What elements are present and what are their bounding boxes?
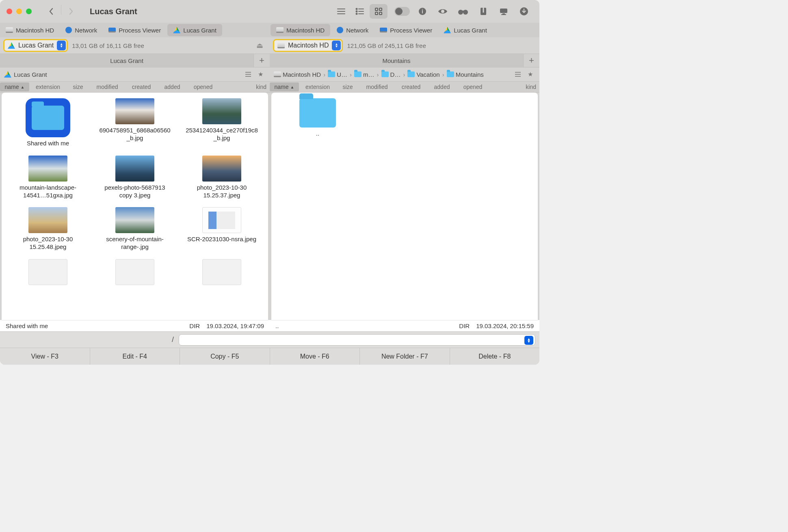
remote-icon[interactable] (495, 4, 513, 19)
tab-label: Mountains (382, 57, 410, 64)
fav-network[interactable]: Network (60, 23, 103, 37)
breadcrumb[interactable]: Mountains (447, 71, 484, 78)
file-item[interactable]: pexels-photo-5687913 copy 3.jpeg (93, 156, 177, 199)
path-star-icon[interactable]: ★ (255, 69, 266, 80)
path-star-icon[interactable]: ★ (525, 69, 535, 80)
add-tab-right[interactable]: + (523, 54, 539, 67)
content-row: Shared with me6904758951_6868a06560_b.jp… (0, 93, 539, 320)
col-opened[interactable]: opened (457, 82, 489, 92)
col-size[interactable]: size (336, 82, 359, 92)
func-move[interactable]: Move - F6 (270, 348, 360, 365)
download-icon[interactable] (515, 4, 533, 19)
fav-process-viewer[interactable]: Process Viewer (103, 23, 167, 37)
view-grid-button[interactable] (370, 4, 388, 19)
col-kind[interactable]: kind (489, 82, 539, 92)
nav-back-button[interactable] (45, 5, 58, 18)
func-edit[interactable]: Edit - F4 (90, 348, 180, 365)
svg-rect-12 (379, 12, 382, 15)
file-item[interactable]: scenery-of-mountain-range-.jpg (93, 207, 177, 251)
gdrive-icon (4, 71, 11, 78)
file-item[interactable]: photo_2023-10-30 15.25.48.jpeg (6, 207, 90, 251)
volume-selector-left[interactable]: Lucas Grant ▲▼ (3, 39, 68, 52)
path-right[interactable]: Macintosh HD › U… › m… › D… › Vacation ›… (270, 67, 539, 81)
folder-icon (299, 98, 336, 128)
dropdown-caret-icon[interactable]: ▲▼ (524, 336, 533, 345)
file-item[interactable] (6, 259, 90, 288)
file-item[interactable]: .. (275, 98, 360, 138)
info-icon[interactable]: i (413, 4, 431, 19)
tab-left[interactable]: Lucas Grant (0, 54, 253, 67)
file-label: SCR-20231030-nsra.jpeg (187, 236, 256, 243)
col-extension[interactable]: extension (299, 82, 336, 92)
view-list-button[interactable] (351, 4, 369, 19)
col-added[interactable]: added (427, 82, 457, 92)
fav-label: Macintosh HD (16, 27, 54, 34)
col-added[interactable]: added (158, 82, 187, 92)
breadcrumb[interactable]: m… (354, 71, 375, 78)
path-text: Lucas Grant (14, 71, 47, 78)
col-name[interactable]: name▲ (0, 82, 29, 91)
col-extension[interactable]: extension (29, 82, 67, 92)
fav-macintosh-hd[interactable]: Macintosh HD (0, 23, 60, 37)
func-delete[interactable]: Delete - F8 (450, 348, 540, 365)
status-kind: DIR (189, 322, 200, 329)
func-copy[interactable]: Copy - F5 (180, 348, 270, 365)
preview-icon[interactable] (434, 4, 452, 19)
col-size[interactable]: size (67, 82, 89, 92)
status-name: .. (275, 322, 279, 329)
file-item[interactable]: Shared with me (6, 98, 90, 147)
fav-network-r[interactable]: Network (331, 23, 374, 37)
volume-selector-right[interactable]: Macintosh HD ▲▼ (273, 39, 343, 52)
file-item[interactable] (180, 259, 264, 288)
close-window[interactable] (6, 9, 12, 14)
eject-icon[interactable]: ⏏ (256, 41, 266, 50)
view-list-detail-button[interactable] (332, 4, 350, 19)
col-name[interactable]: name▲ (270, 82, 299, 91)
col-opened[interactable]: opened (187, 82, 219, 92)
fav-lucas-grant-r[interactable]: Lucas Grant (438, 23, 493, 37)
col-modified[interactable]: modified (89, 82, 125, 92)
breadcrumb[interactable]: Vacation (407, 71, 439, 78)
tabs-row: Lucas Grant + Mountains + (0, 54, 539, 67)
path-left[interactable]: Lucas Grant ★ (0, 67, 270, 81)
zoom-window[interactable] (26, 9, 32, 14)
file-label: Shared with me (27, 140, 69, 147)
breadcrumb[interactable]: Macintosh HD (274, 71, 321, 78)
svg-point-15 (441, 10, 444, 13)
content-left[interactable]: Shared with me6904758951_6868a06560_b.jp… (2, 93, 268, 320)
breadcrumb-sep: › (323, 71, 325, 78)
file-item[interactable]: mountain-landscape-14541…51gxa.jpg (6, 156, 90, 199)
archive-icon[interactable] (474, 4, 492, 19)
breadcrumb[interactable]: D… (381, 71, 401, 78)
breadcrumb[interactable]: U… (328, 71, 347, 78)
toggle-switch[interactable] (393, 4, 411, 19)
col-created[interactable]: created (125, 82, 158, 92)
file-item[interactable]: SCR-20231030-nsra.jpeg (180, 207, 264, 251)
path-list-icon[interactable] (513, 69, 523, 80)
network-icon (65, 27, 72, 33)
func-view[interactable]: View - F3 (0, 348, 90, 365)
add-tab-left[interactable]: + (253, 54, 270, 67)
content-right[interactable]: .. (271, 93, 538, 320)
file-item[interactable] (93, 259, 177, 288)
nav-forward-button[interactable] (65, 5, 78, 18)
fav-macintosh-hd-r[interactable]: Macintosh HD (271, 24, 330, 36)
file-item[interactable]: photo_2023-10-30 15.25.37.jpeg (180, 156, 264, 199)
tab-right[interactable]: Mountains (270, 54, 523, 67)
fav-lucas-grant[interactable]: Lucas Grant (167, 24, 222, 36)
file-item[interactable]: 6904758951_6868a06560_b.jpg (93, 98, 177, 147)
path-list-icon[interactable] (243, 69, 253, 80)
file-item[interactable]: 25341240344_ce270f19c8_b.jpg (180, 98, 264, 147)
fav-process-viewer-r[interactable]: Process Viewer (374, 23, 438, 37)
col-kind[interactable]: kind (219, 82, 270, 92)
col-modified[interactable]: modified (359, 82, 395, 92)
col-created[interactable]: created (395, 82, 427, 92)
status-date: 19.03.2024, 19:47:09 (206, 322, 264, 329)
func-new-folder[interactable]: New Folder - F7 (360, 348, 450, 365)
minimize-window[interactable] (16, 9, 22, 14)
binoculars-icon[interactable] (454, 4, 472, 19)
svg-rect-10 (379, 8, 382, 11)
command-input[interactable]: ▲▼ (179, 334, 535, 346)
window-title: Lucas Grant (90, 7, 137, 16)
file-label: photo_2023-10-30 15.25.48.jpeg (11, 236, 84, 251)
